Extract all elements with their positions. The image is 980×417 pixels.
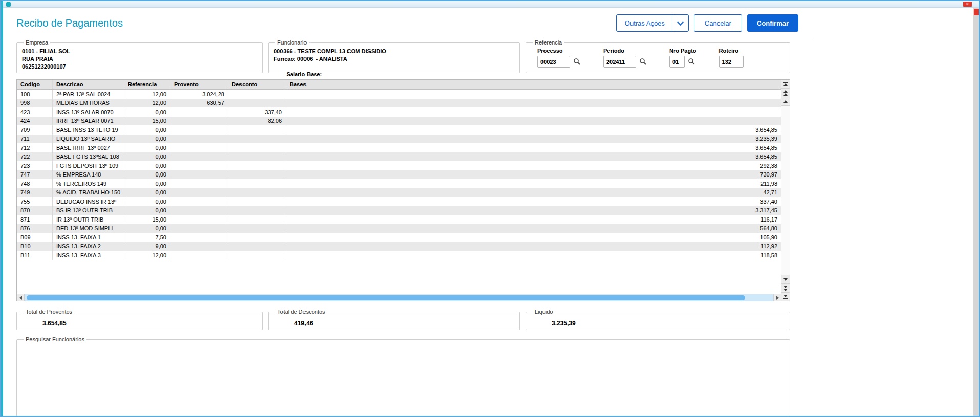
cell-desconto: [228, 179, 286, 188]
table-row[interactable]: 998MEDIAS EM HORAS12,00630,57: [17, 99, 781, 108]
liquido-legend: Liquido: [533, 309, 555, 315]
table-row[interactable]: 747% EMPRESA 1480,00730,97: [17, 170, 781, 180]
column-header[interactable]: Referencia: [124, 80, 170, 89]
scroll-left-icon[interactable]: [17, 294, 25, 301]
table-row[interactable]: 748% TERCEIROS 1490,00211,98: [17, 179, 781, 188]
periodo-label: Periodo: [603, 48, 647, 54]
scroll-bottom-icon[interactable]: [781, 292, 790, 301]
table-row[interactable]: 871IR 13º OUTR TRIB15,00116,17: [17, 215, 781, 224]
roteiro-input[interactable]: [719, 56, 744, 68]
table-row[interactable]: 711LIQUIDO 13º SALARIO0,003.235,39: [17, 135, 781, 144]
nro-pagto-lookup-icon[interactable]: [688, 58, 695, 65]
page-title: Recibo de Pagamentos: [16, 17, 123, 29]
cell-bases: 105,90: [286, 233, 781, 242]
table-row[interactable]: 1082ª PAR 13º SAL 002412,003.024,28: [17, 90, 781, 99]
table-row[interactable]: 712BASE IRRF 13º 00270,003.654,85: [17, 143, 781, 152]
vertical-scrollbar-track[interactable]: [781, 106, 790, 275]
processo-lookup-icon[interactable]: [573, 58, 581, 65]
funcionario-line-1: 000366 - TESTE COMPL 13 COM DISSIDIO: [274, 48, 514, 55]
outer-close-icon[interactable]: [974, 9, 979, 15]
cell-bases: 3.654,85: [286, 143, 781, 152]
cancelar-button[interactable]: Cancelar: [694, 14, 742, 32]
referencia-box: Referencia Processo Periodo: [526, 39, 790, 73]
column-header[interactable]: Desconto: [228, 80, 286, 89]
cell-referencia: 12,00: [124, 99, 170, 108]
cell-referencia: 0,00: [124, 224, 170, 233]
cell-bases: 564,80: [286, 224, 781, 233]
nro-pagto-input[interactable]: [669, 56, 685, 68]
cell-codigo: 712: [17, 143, 53, 152]
cell-desconto: 82,06: [228, 117, 286, 126]
cell-descricao: INSS 13. FAIXA 3: [53, 251, 124, 260]
table-row[interactable]: B09INSS 13. FAIXA 17,50105,90: [17, 233, 781, 242]
cell-referencia: 15,00: [124, 117, 170, 126]
table-row[interactable]: 424IRRF 13º SALAR 007115,0082,06: [17, 117, 781, 126]
cell-codigo: B09: [17, 233, 53, 242]
funcionario-box: Funcionario 000366 - TESTE COMPL 13 COM …: [268, 39, 520, 73]
page-down-icon[interactable]: [781, 283, 790, 292]
horizontal-scrollbar-track[interactable]: [25, 294, 773, 301]
cell-bases: 730,97: [286, 170, 781, 180]
scroll-up-icon[interactable]: [781, 97, 790, 106]
cell-provento: [170, 251, 228, 260]
table-row[interactable]: 876DED 13º MOD SIMPLI0,00564,80: [17, 224, 781, 233]
cell-desconto: [228, 197, 286, 206]
cell-codigo: 870: [17, 206, 53, 215]
table-row[interactable]: 755DEDUCAO INSS IR 13º0,00337,40: [17, 197, 781, 206]
cell-referencia: 9,00: [124, 242, 170, 251]
roteiro-label: Roteiro: [719, 48, 744, 54]
table-row[interactable]: 722BASE FGTS 13ºSAL 1080,003.654,85: [17, 152, 781, 162]
table-row[interactable]: B10INSS 13. FAIXA 29,00112,92: [17, 242, 781, 251]
cell-codigo: 871: [17, 215, 53, 224]
table-row[interactable]: B11INSS 13. FAIXA 312,00118,58: [17, 251, 781, 260]
cell-provento: [170, 242, 228, 251]
cell-provento: [170, 188, 228, 197]
periodo-input[interactable]: [603, 56, 636, 68]
confirmar-button[interactable]: Confirmar: [747, 14, 798, 32]
cell-codigo: 998: [17, 99, 53, 108]
cell-provento: [170, 152, 228, 162]
cell-provento: [170, 117, 228, 126]
column-header[interactable]: Bases: [286, 80, 781, 89]
table-row[interactable]: 709BASE INSS 13 TETO 190,003.654,85: [17, 125, 781, 135]
table-row[interactable]: 749% ACID. TRABALHO 1500,0042,71: [17, 188, 781, 197]
cell-referencia: 12,00: [124, 90, 170, 99]
total-descontos-value: 419,46: [274, 318, 514, 327]
page-up-icon[interactable]: [781, 89, 790, 97]
cell-descricao: % ACID. TRABALHO 150: [53, 188, 124, 197]
table-row[interactable]: 423INSS 13º SALAR 00700,00337,40: [17, 107, 781, 117]
cell-bases: 337,40: [286, 197, 781, 206]
cell-desconto: [228, 242, 286, 251]
total-descontos-box: Total de Descontos 419,46: [268, 309, 520, 330]
table-row[interactable]: 870BS IR 13º OUTR TRIB0,003.317,45: [17, 206, 781, 215]
scroll-down-icon[interactable]: [781, 275, 790, 283]
cell-referencia: 0,00: [124, 125, 170, 135]
scroll-right-icon[interactable]: [773, 294, 781, 301]
scroll-top-icon[interactable]: [781, 80, 790, 89]
cell-descricao: FGTS DEPOSIT 13º 109: [53, 161, 124, 170]
column-header[interactable]: Codigo: [17, 80, 53, 89]
periodo-lookup-icon[interactable]: [639, 58, 647, 65]
cell-desconto: 337,40: [228, 107, 286, 117]
processo-input[interactable]: [537, 56, 570, 68]
column-header[interactable]: Provento: [170, 80, 228, 89]
cell-provento: 3.024,28: [170, 90, 228, 99]
cell-descricao: IRRF 13º SALAR 0071: [53, 117, 124, 126]
outras-acoes-button[interactable]: Outras Ações: [616, 14, 689, 32]
empresa-line-3: 06251232000107: [22, 63, 257, 71]
horizontal-scrollbar-thumb[interactable]: [27, 295, 745, 300]
cell-desconto: [228, 224, 286, 233]
referencia-fields: Processo Periodo: [531, 48, 785, 68]
table-row[interactable]: 723FGTS DEPOSIT 13º 1090,00292,38: [17, 161, 781, 170]
cell-descricao: INSS 13. FAIXA 2: [53, 242, 124, 251]
cell-bases: [286, 107, 781, 117]
cell-descricao: MEDIAS EM HORAS: [53, 99, 124, 108]
cell-desconto: [228, 251, 286, 260]
cell-descricao: BASE IRRF 13º 0027: [53, 143, 124, 152]
cell-bases: [286, 99, 781, 108]
cell-codigo: 747: [17, 170, 53, 180]
column-header[interactable]: Descricao: [53, 80, 124, 89]
close-icon[interactable]: ✕: [963, 2, 972, 7]
pesquisar-funcionarios-box: Pesquisar Funcionários: [16, 336, 790, 417]
cell-desconto: [228, 90, 286, 99]
